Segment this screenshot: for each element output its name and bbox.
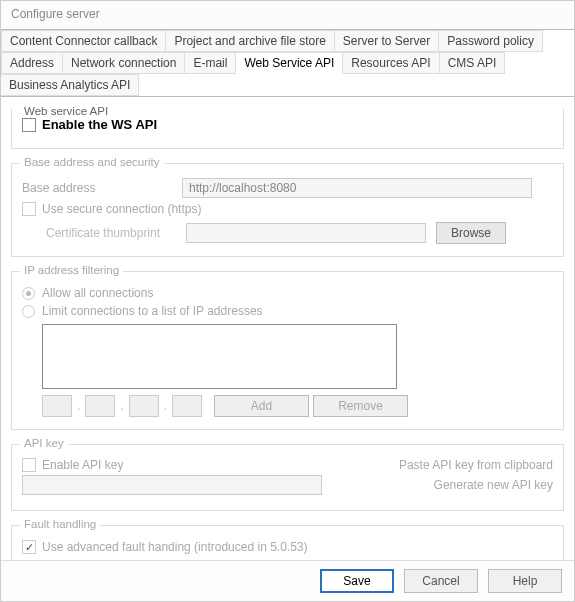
advanced-fault-checkbox[interactable] <box>22 540 36 554</box>
group-web-service-api: Web service API Enable the WS API <box>11 109 564 149</box>
ip-octet-2[interactable] <box>85 395 115 417</box>
cert-thumbprint-label: Certificate thumbprint <box>46 226 176 240</box>
group-fault-handling: Fault handling Use advanced fault handin… <box>11 525 564 560</box>
tab-project-and-archive-file-store[interactable]: Project and archive file store <box>166 30 334 52</box>
tab-content-connector-callback[interactable]: Content Connector callback <box>1 30 166 52</box>
use-secure-connection-checkbox[interactable] <box>22 202 36 216</box>
dialog-footer: Save Cancel Help <box>1 560 574 601</box>
group-ip-filtering: IP address filtering Allow all connectio… <box>11 271 564 430</box>
limit-connections-radio[interactable] <box>22 305 35 318</box>
advanced-fault-label: Use advanced fault handing (introduced i… <box>42 540 308 554</box>
tab-cms-api[interactable]: CMS API <box>440 52 506 74</box>
group-legend-base: Base address and security <box>20 156 164 168</box>
enable-api-key-checkbox[interactable] <box>22 458 36 472</box>
add-ip-button[interactable]: Add <box>214 395 309 417</box>
tab-business-analytics-api[interactable]: Business Analytics API <box>1 74 139 96</box>
group-base-address: Base address and security Base address U… <box>11 163 564 257</box>
group-legend-top: Web service API <box>20 105 112 117</box>
use-secure-connection-label: Use secure connection (https) <box>42 202 201 216</box>
api-key-input[interactable] <box>22 475 322 495</box>
save-button[interactable]: Save <box>320 569 394 593</box>
ip-octet-4[interactable] <box>172 395 202 417</box>
paste-api-key-link[interactable]: Paste API key from clipboard <box>399 458 553 472</box>
limit-connections-label: Limit connections to a list of IP addres… <box>42 304 263 318</box>
tab-address[interactable]: Address <box>1 52 63 74</box>
tab-password-policy[interactable]: Password policy <box>439 30 543 52</box>
tab-content: Web service API Enable the WS API Base a… <box>1 97 574 560</box>
generate-api-key-link[interactable]: Generate new API key <box>434 478 553 492</box>
tab-e-mail[interactable]: E-mail <box>185 52 236 74</box>
tab-server-to-server[interactable]: Server to Server <box>335 30 439 52</box>
window-title: Configure server <box>1 1 574 29</box>
tabs: Content Connector callbackProject and ar… <box>1 29 574 97</box>
group-legend-ip: IP address filtering <box>20 264 123 276</box>
ip-octet-3[interactable] <box>129 395 159 417</box>
enable-api-key-label: Enable API key <box>42 458 123 472</box>
remove-ip-button[interactable]: Remove <box>313 395 408 417</box>
enable-ws-api-label: Enable the WS API <box>42 117 157 132</box>
allow-all-label: Allow all connections <box>42 286 153 300</box>
browse-button[interactable]: Browse <box>436 222 506 244</box>
base-address-input[interactable] <box>182 178 532 198</box>
cancel-button[interactable]: Cancel <box>404 569 478 593</box>
cert-thumbprint-input[interactable] <box>186 223 426 243</box>
group-legend-fault: Fault handling <box>20 518 100 530</box>
tab-resources-api[interactable]: Resources API <box>343 52 439 74</box>
tab-web-service-api[interactable]: Web Service API <box>236 52 343 74</box>
ip-address-list[interactable] <box>42 324 397 389</box>
tab-network-connection[interactable]: Network connection <box>63 52 185 74</box>
configure-server-window: Configure server Content Connector callb… <box>0 0 575 602</box>
ip-octet-1[interactable] <box>42 395 72 417</box>
allow-all-radio[interactable] <box>22 287 35 300</box>
help-button[interactable]: Help <box>488 569 562 593</box>
enable-ws-api-checkbox[interactable] <box>22 118 36 132</box>
group-api-key: API key Enable API key Paste API key fro… <box>11 444 564 511</box>
base-address-label: Base address <box>22 181 182 195</box>
group-legend-apikey: API key <box>20 437 68 449</box>
